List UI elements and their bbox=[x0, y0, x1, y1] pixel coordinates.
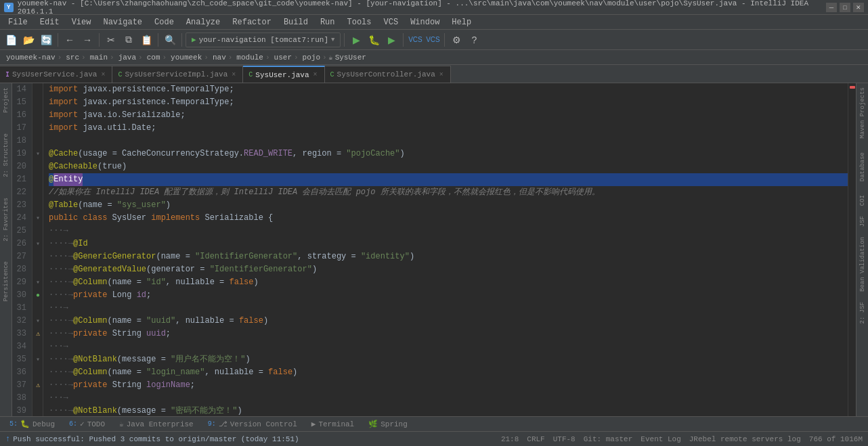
code-line-23[interactable]: @Table(name = "sys_user") bbox=[49, 199, 848, 212]
open-button[interactable]: 📂 bbox=[20, 32, 37, 48]
menu-item-navigate[interactable]: Navigate bbox=[97, 16, 148, 29]
breadcrumb-item-java[interactable]: java bbox=[116, 53, 136, 62]
maven-panel-tab[interactable]: Maven Projects bbox=[858, 85, 867, 141]
build-button[interactable]: ▶ bbox=[348, 32, 364, 48]
project-panel-tab[interactable]: Project bbox=[1, 85, 11, 116]
code-line-21[interactable]: @Entity bbox=[49, 173, 848, 186]
menu-item-analyze[interactable]: Analyze bbox=[181, 16, 225, 29]
breadcrumb-item-nav[interactable]: nav bbox=[211, 53, 226, 62]
memory-indicator[interactable]: 766 of 1016M bbox=[809, 435, 863, 443]
menu-item-build[interactable]: Build bbox=[278, 16, 313, 29]
favorites-panel-tab[interactable]: 2: Favorites bbox=[1, 195, 11, 244]
code-line-20[interactable]: @Cacheable(true) bbox=[49, 160, 848, 173]
code-line-24[interactable]: public class SysUser implements Serializ… bbox=[49, 212, 848, 225]
jsf2-panel-tab[interactable]: 2: JSF bbox=[858, 299, 867, 326]
run-coverage-button[interactable]: ▶ bbox=[383, 32, 399, 48]
encoding-indicator[interactable]: UTF-8 bbox=[553, 435, 576, 443]
code-line-29[interactable]: ····→@Column(name = "id", nullable = fal… bbox=[49, 276, 848, 289]
copy-button[interactable]: ⧉ bbox=[121, 32, 137, 48]
code-line-25[interactable]: ···→ bbox=[49, 225, 848, 238]
menu-item-help[interactable]: Help bbox=[446, 16, 477, 29]
scroll-error-marker[interactable] bbox=[850, 86, 855, 89]
fold-gutter-26[interactable]: ▾ bbox=[32, 238, 43, 250]
code-line-18[interactable] bbox=[49, 135, 848, 148]
code-line-37[interactable]: ····→private String loginName; bbox=[49, 379, 848, 392]
code-line-33[interactable]: ····→private String uuid; bbox=[49, 328, 848, 340]
help-button[interactable]: ? bbox=[466, 32, 482, 48]
breadcrumb-item-src[interactable]: src bbox=[64, 53, 79, 62]
run-config-selector[interactable]: ▶ your-navigation [tomcat7:run] ▼ bbox=[186, 32, 341, 47]
bottom-tab-java-enterprise[interactable]: ☕Java Enterprise bbox=[112, 418, 201, 431]
back-button[interactable]: ← bbox=[62, 32, 78, 48]
code-line-27[interactable]: ····→@GenericGenerator(name = "Identifie… bbox=[49, 250, 848, 263]
settings-button[interactable]: ⚙ bbox=[448, 32, 464, 48]
code-line-34[interactable]: ···→ bbox=[49, 340, 848, 353]
tab-close-tab3[interactable]: × bbox=[312, 70, 319, 79]
breadcrumb-item-com[interactable]: com bbox=[145, 53, 160, 62]
menu-item-vcs[interactable]: VCS bbox=[378, 16, 404, 29]
code-line-32[interactable]: ····→@Column(name = "uuid", nullable = f… bbox=[49, 315, 848, 328]
breadcrumb-item-youmeek[interactable]: youmeek bbox=[169, 53, 202, 62]
bean-validation-panel-tab[interactable]: Bean Validation bbox=[858, 234, 867, 294]
structure-panel-tab[interactable]: 2: Structure bbox=[1, 131, 11, 180]
cut-button[interactable]: ✂ bbox=[103, 32, 119, 48]
bottom-tab-5--debug[interactable]: 5:🐛Debug bbox=[3, 418, 62, 431]
sync-button[interactable]: 🔄 bbox=[38, 32, 54, 48]
breadcrumb-item-pojo[interactable]: pojo bbox=[301, 53, 320, 62]
tab-tab3[interactable]: CSysUser.java× bbox=[243, 66, 324, 83]
maximize-button[interactable]: □ bbox=[840, 3, 850, 12]
vcs-button[interactable]: VCS bbox=[407, 32, 423, 48]
close-button[interactable]: ✕ bbox=[853, 3, 864, 12]
code-line-16[interactable]: import java.io.Serializable; bbox=[49, 109, 848, 122]
menu-item-tools[interactable]: Tools bbox=[342, 16, 377, 29]
cursor-position[interactable]: 21:8 bbox=[501, 435, 519, 443]
window-controls[interactable]: ─ □ ✕ bbox=[826, 3, 864, 12]
menu-item-edit[interactable]: Edit bbox=[35, 16, 65, 29]
code-line-19[interactable]: @Cache(usage = CacheConcurrencyStrategy.… bbox=[49, 148, 848, 160]
code-line-30[interactable]: ····→private Long id; bbox=[49, 289, 848, 302]
code-line-38[interactable]: ···→ bbox=[49, 392, 848, 405]
breadcrumb-item-module[interactable]: module bbox=[234, 53, 263, 62]
menu-item-view[interactable]: View bbox=[66, 16, 97, 29]
vcs-update-button[interactable]: VCS bbox=[425, 32, 441, 48]
bottom-tab-6--todo[interactable]: 6:✓TODO bbox=[62, 418, 112, 431]
menu-item-code[interactable]: Code bbox=[149, 16, 179, 29]
coi-panel-tab[interactable]: COI bbox=[858, 192, 867, 208]
debug-button[interactable]: 🐛 bbox=[366, 32, 382, 48]
database-panel-tab[interactable]: Database bbox=[858, 150, 867, 184]
persistence-panel-tab[interactable]: Persistence bbox=[1, 259, 11, 304]
code-line-28[interactable]: ····→@GeneratedValue(generator = "Identi… bbox=[49, 263, 848, 276]
code-line-17[interactable]: import java.util.Date; bbox=[49, 122, 848, 135]
code-line-31[interactable]: ···→ bbox=[49, 302, 848, 315]
jsf-panel-tab[interactable]: JSF bbox=[858, 213, 867, 229]
code-line-26[interactable]: ····→@Id bbox=[49, 238, 848, 250]
menu-item-window[interactable]: Window bbox=[405, 16, 445, 29]
find-button[interactable]: 🔍 bbox=[162, 32, 178, 48]
code-line-22[interactable]: //如果你在 IntelliJ IDEA 配置了数据源，则 IntelliJ I… bbox=[49, 186, 848, 199]
tab-close-tab2[interactable]: × bbox=[230, 70, 237, 79]
code-line-15[interactable]: import javax.persistence.TemporalType; bbox=[49, 96, 848, 109]
event-log[interactable]: Event Log bbox=[641, 435, 680, 443]
breadcrumb-item-user[interactable]: user bbox=[272, 53, 292, 62]
tab-close-tab1[interactable]: × bbox=[100, 70, 106, 79]
menu-item-run[interactable]: Run bbox=[315, 16, 341, 29]
fold-gutter-35[interactable]: ▾ bbox=[32, 353, 43, 366]
git-branch[interactable]: Git: master bbox=[584, 435, 633, 443]
breadcrumb-item-main[interactable]: main bbox=[88, 53, 108, 62]
code-line-36[interactable]: ····→@Column(name = "login_name", nullab… bbox=[49, 366, 848, 379]
tab-tab4[interactable]: CSysUserController.java× bbox=[325, 66, 451, 83]
crlf-indicator[interactable]: CRLF bbox=[527, 435, 544, 443]
bottom-tab-spring[interactable]: 🌿Spring bbox=[362, 418, 415, 431]
menu-item-refactor[interactable]: Refactor bbox=[227, 16, 277, 29]
tab-tab2[interactable]: CSysUserServiceImpl.java× bbox=[112, 66, 243, 83]
jrebel-log[interactable]: JRebel remote servers log bbox=[689, 435, 801, 443]
forward-button[interactable]: → bbox=[79, 32, 95, 48]
fold-gutter-32[interactable]: ▾ bbox=[32, 315, 43, 328]
paste-button[interactable]: 📋 bbox=[138, 32, 154, 48]
tab-tab1[interactable]: ISysUserService.java× bbox=[0, 66, 112, 83]
fold-gutter-29[interactable]: ▾ bbox=[32, 276, 43, 289]
tab-close-tab4[interactable]: × bbox=[438, 70, 445, 79]
fold-gutter-24[interactable]: ▾ bbox=[32, 212, 43, 225]
code-line-35[interactable]: ····→@NotBlank(message = "用户名不能为空！") bbox=[49, 353, 848, 366]
code-line-14[interactable]: import javax.persistence.TemporalType; bbox=[49, 83, 848, 96]
